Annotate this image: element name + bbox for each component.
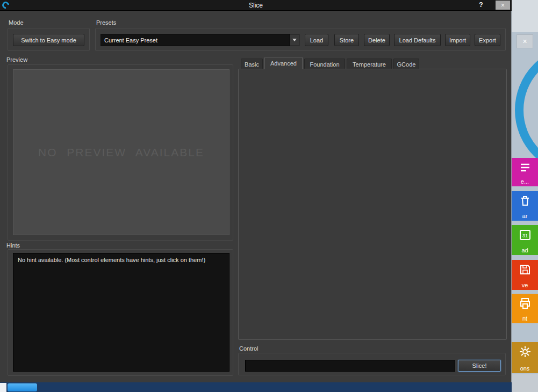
- presets-group-label: Presets: [96, 19, 116, 26]
- chevron-down-icon[interactable]: [289, 34, 299, 46]
- tile-label: ve: [522, 282, 528, 288]
- preview-placeholder-text: NO PREVIEW AVAILABLE: [38, 146, 204, 159]
- slice-lines-icon: [519, 161, 532, 175]
- background-tile-options[interactable]: ons: [512, 342, 538, 373]
- background-tile-save[interactable]: ve: [512, 260, 538, 290]
- load-defaults-button[interactable]: Load Defaults: [394, 34, 441, 46]
- slice-button[interactable]: Slice!: [458, 360, 501, 372]
- preset-combobox[interactable]: Current Easy Preset: [101, 34, 299, 46]
- mode-group-label: Mode: [9, 19, 24, 26]
- floppy-icon: [519, 263, 532, 277]
- advanced-tab-pane: [238, 69, 507, 340]
- background-tile-print[interactable]: nt: [512, 294, 538, 323]
- window-title: Slice: [0, 2, 512, 9]
- hints-panel: No hint available. (Most control element…: [13, 253, 229, 372]
- hints-group-label: Hints: [6, 242, 20, 249]
- tile-label: ar: [522, 213, 528, 219]
- background-close-button[interactable]: ×: [517, 34, 533, 48]
- tab-gcode[interactable]: GCode: [393, 59, 419, 69]
- switch-easy-mode-button[interactable]: Switch to Easy mode: [13, 34, 84, 46]
- background-tile-load[interactable]: 31 ad: [512, 225, 538, 255]
- tile-label: e...: [521, 178, 529, 185]
- background-bottom-right: [512, 374, 538, 392]
- trash-icon: [519, 194, 532, 208]
- background-logo-arc: [515, 45, 538, 175]
- gear-icon: [519, 345, 532, 359]
- tile-label: ons: [520, 365, 530, 372]
- hints-text: No hint available. (Most control element…: [18, 257, 205, 263]
- preview-group-label: Preview: [6, 56, 27, 63]
- delete-button[interactable]: Delete: [364, 34, 390, 46]
- tile-label: ad: [521, 247, 528, 253]
- import-button[interactable]: Import: [445, 34, 470, 46]
- help-button[interactable]: ?: [476, 1, 486, 9]
- slice-dialog: Slice ? × Mode Switch to Easy mode Prese…: [0, 0, 512, 382]
- tab-advanced[interactable]: Advanced: [264, 57, 303, 69]
- screen: × e... ar 31 ad ve nt ons: [0, 0, 538, 392]
- svg-text:31: 31: [522, 233, 527, 238]
- taskbar-blue-button[interactable]: [8, 383, 37, 391]
- tab-basic[interactable]: Basic: [241, 59, 263, 69]
- load-button[interactable]: Load: [305, 34, 328, 46]
- background-tile-slice[interactable]: e...: [512, 158, 538, 186]
- preset-combobox-value: Current Easy Preset: [101, 34, 289, 46]
- taskbar: [0, 382, 512, 392]
- slice-progress-bar: [245, 360, 455, 372]
- control-group-label: Control: [239, 345, 258, 352]
- close-button[interactable]: ×: [496, 1, 510, 10]
- printer-icon: [519, 297, 532, 311]
- export-button[interactable]: Export: [475, 34, 500, 46]
- calendar-31-icon: 31: [519, 228, 532, 242]
- tab-foundation[interactable]: Foundation: [304, 59, 345, 69]
- taskbar-white-chip: [0, 383, 6, 392]
- background-top-area: [512, 0, 538, 32]
- preview-panel: NO PREVIEW AVAILABLE: [13, 69, 229, 235]
- tab-temperature[interactable]: Temperature: [347, 59, 392, 69]
- background-tile-clear[interactable]: ar: [512, 191, 538, 221]
- store-button[interactable]: Store: [334, 34, 359, 46]
- tile-label: nt: [522, 315, 527, 322]
